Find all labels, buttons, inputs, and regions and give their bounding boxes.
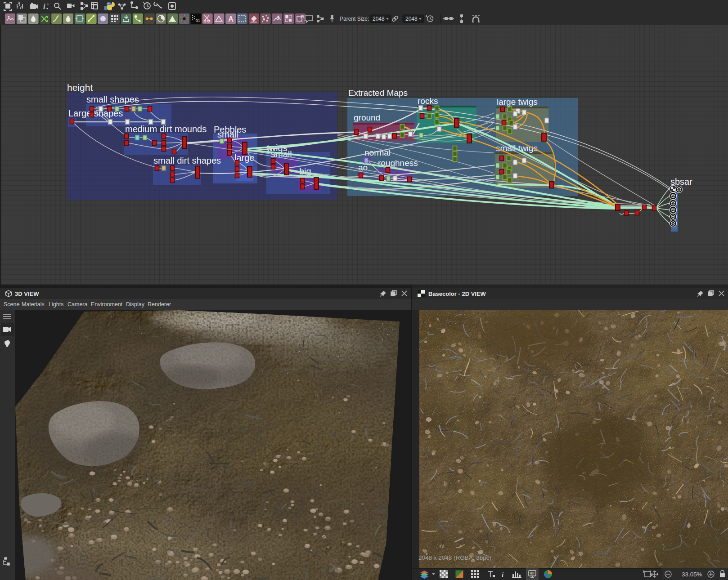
svg-text:01: 01 bbox=[196, 18, 200, 23]
svg-text:A: A bbox=[228, 15, 234, 23]
svg-text:i: i bbox=[43, 2, 45, 11]
svg-text:2048: 2048 bbox=[373, 16, 385, 22]
svg-text:33.05%: 33.05% bbox=[682, 571, 702, 578]
svg-text:Parent Size:: Parent Size: bbox=[340, 16, 369, 22]
svg-text:2048: 2048 bbox=[405, 16, 418, 22]
svg-text:i: i bbox=[502, 571, 504, 578]
